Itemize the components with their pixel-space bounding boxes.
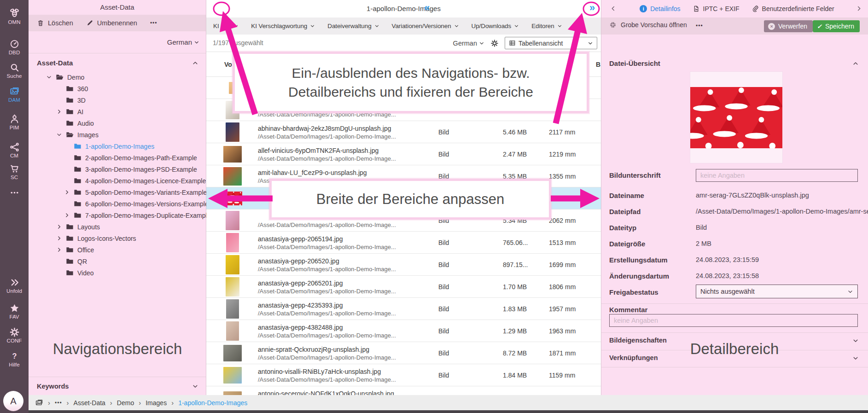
tree-item[interactable]: 6-apollon-Demo-Images-Versions-Example [29,198,206,209]
tree-chevron-icon[interactable] [56,235,62,241]
tree-chevron-icon[interactable] [56,224,62,230]
tree-item[interactable]: AI [29,106,206,117]
tree-chevron-icon[interactable] [64,212,70,218]
asset-type: Bild [438,151,449,158]
asset-table-row[interactable]: antonino-visalli-RNiBLy7aHck-unsplash.jp… [206,364,601,386]
list-language-select[interactable]: German [453,40,484,47]
asset-table-row[interactable]: anastasiya-gepp-206520.jpg /Asset-Data/D… [206,254,601,276]
tree-item[interactable]: 4-apollon-Demo-Images-Licence-Example [29,175,206,186]
rail-item-pim[interactable]: PIM [0,114,29,130]
rail-item-hilfe[interactable]: Hilfe [0,351,29,367]
tree-item[interactable]: QR [29,256,206,267]
rail-item-conf[interactable]: CONF [0,327,29,343]
list-settings-button[interactable] [490,39,499,47]
tree-item[interactable]: 7-apollon-Demo-Images-Duplicate-Example [29,209,206,221]
tabs-scroll-left-icon[interactable] [610,5,617,12]
tree-item[interactable]: Images [29,129,206,140]
rail-item-dam[interactable]: DAM [0,86,29,103]
rail-item-suche[interactable]: Suche [0,62,29,79]
discard-button[interactable]: Verwerfen [764,20,813,32]
rail-item-cm[interactable]: CM [0,142,29,158]
column-header-preview[interactable]: Vo [224,61,232,68]
discard-button-label: Verwerfen [778,23,807,30]
view-mode-value: Tabellenansicht [518,40,563,47]
sidebar-more-button[interactable]: ••• [150,20,157,26]
breadcrumb-item[interactable]: 1-apollon-Demo-Images [178,399,247,407]
sidebar-language-select[interactable]: German [167,38,199,46]
check-icon [817,23,822,30]
rail-item-dbd[interactable]: DBD [0,39,29,55]
tree-chevron-icon[interactable] [56,109,62,115]
asset-name: anastasiya-gepp-2065201.jpg [258,279,343,287]
tree-chevron-icon[interactable] [56,247,62,253]
tree-item[interactable]: Demo [29,71,206,83]
breadcrumb-overflow-button[interactable]: ••• [55,400,62,406]
asset-thumbnail [223,192,242,205]
menu-item[interactable]: KI Bild [213,23,239,29]
tree-chevron-icon[interactable] [64,189,70,195]
tree-item[interactable]: 3D [29,94,206,106]
rail-item-omn[interactable]: OMN [0,6,29,25]
tabs-scroll-right-icon[interactable] [856,5,862,12]
breadcrumb-item[interactable]: Demo [117,399,134,407]
collapse-detail-button[interactable]: » [585,2,599,15]
tree-item[interactable]: 1-apollon-Demo-Images [29,140,206,152]
chevron-down-icon[interactable] [192,383,198,390]
tab-detailinfos[interactable]: Detailinfos [640,5,680,12]
asset-table-row[interactable]: annie-spratt-QckxruozjRg-unsplash.jpg /A… [206,342,601,364]
collapse-navigation-button[interactable]: « [420,2,434,15]
tree-item[interactable]: Video [29,267,206,279]
column-header-clipped[interactable]: B [596,61,600,68]
tree-item[interactable]: Audio [29,117,206,129]
tab-iptc-exif[interactable]: IPTC + EXIF [693,5,740,12]
tree-item[interactable]: 2-apollon-Demo-Images-Path-Example [29,152,206,163]
asset-table-row[interactable]: anastasiya-gepp-2065201.jpg /Asset-Data/… [206,276,601,298]
menu-item[interactable]: Dateiverwaltung [327,23,379,29]
view-mode-select[interactable]: Tabellenansicht [505,37,597,49]
tree-chevron-icon[interactable] [56,132,62,138]
tree-item[interactable]: 360 [29,83,206,94]
menu-item-label: Variationen/Versionen [392,23,451,29]
menu-item[interactable]: • [575,23,577,29]
asset-table-row[interactable]: allef-vinicius-6ypOmTNK2FA-unsplash.jpg … [206,143,601,165]
tree-item[interactable]: Layouts [29,221,206,233]
asset-table-row[interactable]: anastasiya-gepp-4235393.jpg /Asset-Data/… [206,298,601,320]
asset-table-row[interactable]: anastasiya-gepp-2065194.jpg /Asset-Data/… [206,232,601,254]
rail-item-more[interactable] [0,187,29,198]
comment-input[interactable] [609,314,858,327]
asset-table-row[interactable]: abhinav-bhardwaj-2ekzJ8smDgU-unsplash.jp… [206,121,601,143]
detail-more-button[interactable]: ••• [696,23,703,29]
release-status-select[interactable]: Nichts ausgewählt [696,285,858,298]
tree-chevron-icon[interactable] [46,74,52,80]
tree-item[interactable]: 5-apollon-Demo-Images-Variants-Example [29,186,206,198]
rename-button[interactable]: Umbenennen [86,19,137,27]
rail-item-sc[interactable]: SC [0,163,29,180]
tree-item[interactable]: Logos-Icons-Vectors [29,233,206,244]
status-row: 1/197 ausgewählt German Tabellenansicht [206,35,601,52]
annotation-box-toggle-panels: Ein-/ausblenden des Navigations- bzw. De… [233,52,589,113]
asset-table-row[interactable]: anastasiya-gepp-4382488.jpg /Asset-Data/… [206,320,601,342]
breadcrumb-item[interactable]: Images [146,399,167,407]
menu-item[interactable]: Variationen/Versionen [392,23,459,29]
rail-item-fav[interactable]: FAV [0,303,29,320]
collapse-tree-icon[interactable] [192,60,198,66]
delete-button[interactable]: Löschen [37,19,73,27]
caption-input[interactable] [696,169,858,182]
menu-item[interactable]: Up/Downloads [472,23,519,29]
menu-item[interactable]: Editoren [531,23,562,29]
tab-custom-fields[interactable]: Benutzerdefinierte Felder [751,5,834,12]
open-rough-preview-button[interactable]: Grobe Vorschau öffnen [609,21,687,29]
filesize-value: 2 MB [696,240,711,247]
asset-table-row[interactable]: antonio-secerovic-NOFdK1xOgkO-unsplash.j… [206,386,601,395]
preview-thumbnail[interactable] [690,71,783,163]
tree-item[interactable]: 3-apollon-Demo-Images-PSD-Example [29,163,206,175]
menu-item[interactable]: KI Verschlagwortung [251,23,315,29]
save-button[interactable]: Speichern [813,20,860,32]
chevron-up-icon[interactable] [852,60,859,67]
tree-item[interactable]: Office [29,244,206,256]
rail-item-unfold[interactable]: Unfold [0,277,29,294]
user-avatar[interactable]: A [3,391,23,411]
breadcrumb-item[interactable]: Asset-Data [74,399,105,407]
asset-path: /Asset-Data/Demo/Images/1-apollon-Demo-I… [258,221,396,228]
asset-home-icon[interactable] [35,399,43,407]
